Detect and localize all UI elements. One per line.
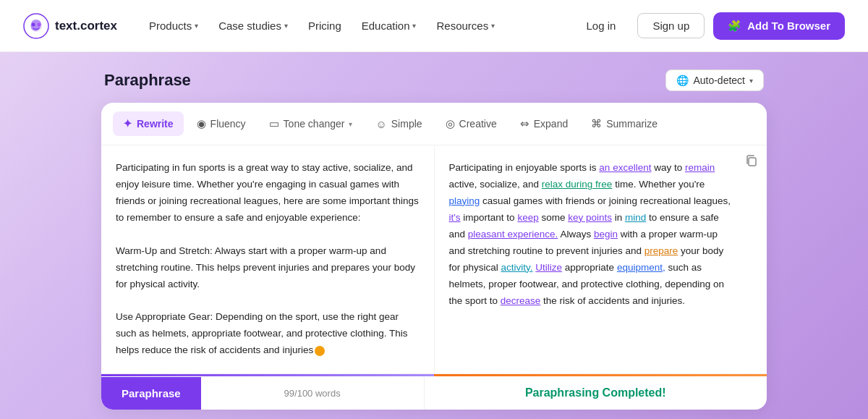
paraphrase-header: Paraphrase 🌐 Auto-detect ▾ [101,69,767,91]
chevron-down-icon: ▾ [412,22,416,30]
footer-left: Paraphrase 99/100 words [101,377,425,410]
main-content: Paraphrase 🌐 Auto-detect ▾ ✦ Rewrite ◉ F… [0,52,868,419]
limit-indicator [315,346,325,356]
chevron-down-icon: ▾ [195,22,198,30]
auto-detect-button[interactable]: 🌐 Auto-detect ▾ [665,69,764,91]
paraphrase-button[interactable]: Paraphrase [101,377,201,410]
summarize-icon: ⌘ [591,117,602,130]
copy-button[interactable] [745,154,758,170]
nav-education[interactable]: Education ▾ [353,14,425,38]
logo[interactable]: text.cortex [23,13,117,39]
paraphrasing-completed-label: Paraphrasing Completed! [525,386,666,399]
puzzle-icon: 🧩 [728,20,741,33]
nav-links: Products ▾ Case studies ▾ Pricing Educat… [140,14,568,38]
input-text: Participating in fun sports is a great w… [116,160,420,359]
footer-row: Paraphrase 99/100 words Paraphrasing Com… [101,376,767,410]
tab-simple[interactable]: ☺ Simple [365,112,432,136]
logo-text: text.cortex [55,19,117,33]
tab-rewrite[interactable]: ✦ Rewrite [113,111,184,136]
login-button[interactable]: Log in [574,14,629,38]
output-panel: Participating in enjoyable sports is an … [435,145,767,373]
tab-tone-changer[interactable]: ▭ Tone changer ▾ [259,111,363,136]
input-panel: Participating in fun sports is a great w… [101,145,435,373]
nav-case-studies[interactable]: Case studies ▾ [210,14,297,38]
chevron-down-icon: ▾ [749,77,753,85]
chevron-down-icon: ▾ [284,22,288,30]
chevron-down-icon: ▾ [349,120,352,128]
fluency-icon: ◉ [197,117,206,130]
tab-creative[interactable]: ◎ Creative [435,111,507,136]
nav-resources[interactable]: Resources ▾ [427,14,503,38]
rewrite-icon: ✦ [123,117,132,130]
nav-pricing[interactable]: Pricing [299,14,350,38]
navbar: text.cortex Products ▾ Case studies ▾ Pr… [0,0,868,52]
panels-row: Participating in fun sports is a great w… [101,145,767,374]
expand-icon: ⇔ [520,117,529,130]
output-text: Participating in enjoyable sports is an … [449,160,753,309]
tabs-row: ✦ Rewrite ◉ Fluency ▭ Tone changer ▾ ☺ S… [101,103,767,145]
nav-products[interactable]: Products ▾ [140,14,207,38]
nav-actions: Log in Sign up 🧩 Add To Browser [574,12,845,40]
footer-right: Paraphrasing Completed! [425,376,767,410]
tab-fluency[interactable]: ◉ Fluency [187,111,256,136]
paraphrase-container: Paraphrase 🌐 Auto-detect ▾ ✦ Rewrite ◉ F… [101,69,767,410]
signup-button[interactable]: Sign up [637,13,705,38]
paraphrase-title: Paraphrase [104,71,191,90]
tone-icon: ▭ [269,117,279,130]
tab-summarize[interactable]: ⌘ Summarize [581,111,668,136]
chevron-down-icon: ▾ [491,22,495,30]
tab-expand[interactable]: ⇔ Expand [510,111,578,136]
globe-icon: 🌐 [676,75,689,86]
svg-point-3 [38,22,41,26]
svg-point-2 [32,22,35,26]
add-to-browser-button[interactable]: 🧩 Add To Browser [713,12,845,40]
svg-rect-4 [749,158,756,166]
word-count: 99/100 words [201,388,424,399]
creative-icon: ◎ [446,117,455,130]
simple-icon: ☺ [375,118,386,130]
tool-card: ✦ Rewrite ◉ Fluency ▭ Tone changer ▾ ☺ S… [101,103,767,410]
